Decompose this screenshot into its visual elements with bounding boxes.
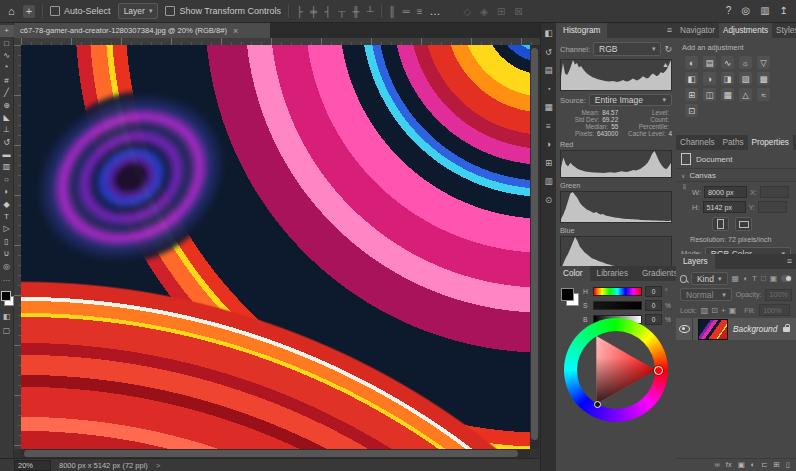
crop-tool[interactable]: # [0,75,14,87]
distribute-vertical-icon[interactable]: ═ [403,6,410,17]
character-panel-icon[interactable]: ▦ [544,103,552,112]
close-icon[interactable]: × [233,26,238,36]
filter-adjustment-layers-icon[interactable]: ◐ [743,274,748,283]
cached-data-warning-icon[interactable]: ▲ [662,61,669,68]
channel-dropdown[interactable]: RGB ▾ [593,42,661,56]
align-vertical-centers-icon[interactable]: ╫ [352,6,359,17]
screen-mode-icon[interactable]: ▢ [3,326,11,335]
exposure-adjustment-icon[interactable]: ☼ [739,56,752,69]
new-layer-icon[interactable]: ⊞ [774,461,780,469]
vibrance-adjustment-icon[interactable]: ▽ [757,56,770,69]
blur-tool[interactable]: ○ [0,174,14,186]
triangle-handle[interactable] [594,401,601,408]
layer-lock-icon[interactable] [783,327,790,332]
search-icon[interactable]: ◎ [741,6,750,16]
panel-menu-icon[interactable]: ≡ [663,23,676,38]
lock-transparency-icon[interactable]: ▨ [701,306,709,315]
width-field[interactable]: 8000 px [704,186,747,198]
spot-healing-tool[interactable]: ⊕ [0,99,14,111]
link-dimensions-icon[interactable]: ∞ [680,184,689,190]
link-layers-icon[interactable]: ∞ [714,461,719,469]
visibility-toggle[interactable] [676,318,693,340]
brush-tool[interactable]: ◣ [0,112,14,124]
foreground-color-swatch[interactable] [1,291,11,301]
foreground-swatch[interactable] [561,288,574,301]
height-field[interactable]: 5142 px [703,201,746,213]
dodge-tool[interactable]: ◗ [0,186,14,198]
zoom-level-field[interactable]: 20% [14,460,51,471]
filter-shape-layers-icon[interactable]: □ [761,274,766,283]
marquee-tool[interactable]: □ [0,37,14,49]
workspace-switcher-icon[interactable]: ▥ [760,6,769,16]
glyphs-panel-icon[interactable]: ◑ [546,140,551,149]
move-tool[interactable]: + [0,25,14,37]
tab-histogram[interactable]: Histogram [556,23,607,38]
saturation-slider[interactable] [593,301,642,310]
refresh-histogram-icon[interactable]: ↻ [664,44,672,54]
clone-source-panel-icon[interactable]: ◔ [546,85,551,94]
vertical-scrollbar[interactable] [530,45,539,449]
add-layer-mask-icon[interactable]: ▣ [738,461,745,469]
tab-paths[interactable]: Paths [719,135,748,150]
panel-menu-icon[interactable]: ≡ [783,254,796,269]
vertical-scrollbar-thumb[interactable] [531,48,538,440]
selective-color-adjustment-icon[interactable]: ⊡ [685,104,698,117]
history-panel-icon[interactable]: ↺ [545,48,552,57]
auto-select-target-dropdown[interactable]: Layer ▾ [118,3,159,19]
pen-tool[interactable]: ◆ [0,198,14,210]
align-right-edges-icon[interactable]: ┤ [324,6,331,17]
history-brush-tool[interactable]: ↺ [0,137,14,149]
levels-adjustment-icon[interactable]: ▤ [703,56,716,69]
invert-adjustment-icon[interactable]: ◫ [703,88,716,101]
filter-kind-dropdown[interactable]: Kind ▾ [691,272,728,285]
filter-toggle[interactable] [781,275,792,282]
shape-tool[interactable]: ▯ [0,236,14,248]
tab-libraries[interactable]: Libraries [590,266,635,281]
posterize-adjustment-icon[interactable]: ▦ [721,88,734,101]
info-panel-icon[interactable]: ◧ [544,29,552,38]
auto-select-checkbox-box[interactable] [50,6,60,16]
eraser-tool[interactable]: ▬ [0,149,14,161]
photo-filter-adjustment-icon[interactable]: ▨ [739,72,752,85]
filter-smart-objects-icon[interactable]: ▣ [770,274,778,283]
lock-position-icon[interactable]: + [721,306,726,315]
lasso-tool[interactable]: ∿ [0,50,14,62]
hue-saturation-adjustment-icon[interactable]: ◧ [685,72,698,85]
status-options-chevron[interactable]: > [156,461,161,470]
hue-slider[interactable] [593,287,642,296]
new-group-icon[interactable]: ⊏ [761,461,767,469]
channel-mixer-adjustment-icon[interactable]: ▩ [757,72,770,85]
path-selection-tool[interactable]: ▷ [0,223,14,235]
home-icon[interactable]: ⌂ [8,6,15,17]
edit-toolbar-icon[interactable]: … [0,273,14,285]
notes-panel-icon[interactable]: ▥ [544,177,552,186]
layer-effects-icon[interactable]: fx [726,461,732,469]
blend-mode-dropdown[interactable]: Normal ▾ [680,288,732,301]
hand-tool[interactable]: ∪ [0,248,14,260]
landscape-orientation-button[interactable] [735,217,752,231]
canvas-section-header[interactable]: ∨ Canvas [676,168,796,182]
zoom-tool[interactable]: ◎ [0,260,14,272]
type-tool[interactable]: T [0,211,14,223]
actions-panel-icon[interactable]: ▤ [544,66,552,75]
tab-properties[interactable]: Properties [748,135,793,150]
align-left-edges-icon[interactable]: ├ [296,6,303,17]
color-lookup-adjustment-icon[interactable]: ⊞ [685,88,698,101]
saturation-value-field[interactable]: 0 [645,300,662,311]
libraries-panel-icon[interactable]: ⊞ [545,159,552,168]
tab-color[interactable]: Color [556,266,590,281]
auto-select-checkbox[interactable]: Auto-Select [50,6,111,16]
portrait-orientation-button[interactable] [712,217,729,231]
color-balance-adjustment-icon[interactable]: ◑ [703,72,716,85]
move-tool-options-icon[interactable]: + [23,5,35,18]
distribute-spacing-icon[interactable]: ≡ [417,6,423,17]
black-white-adjustment-icon[interactable]: ◨ [721,72,734,85]
quick-mask-mode-icon[interactable]: ◧ [3,312,11,321]
quick-selection-tool[interactable]: * [0,62,14,74]
show-transform-checkbox-box[interactable] [165,6,175,16]
paragraph-panel-icon[interactable]: ≡ [546,122,551,131]
layer-row-background[interactable]: Background [676,318,796,340]
tab-layers[interactable]: Layers [676,254,715,269]
lock-artboard-icon[interactable]: ▣ [729,306,737,315]
tab-navigator[interactable]: Navigator [676,23,719,38]
